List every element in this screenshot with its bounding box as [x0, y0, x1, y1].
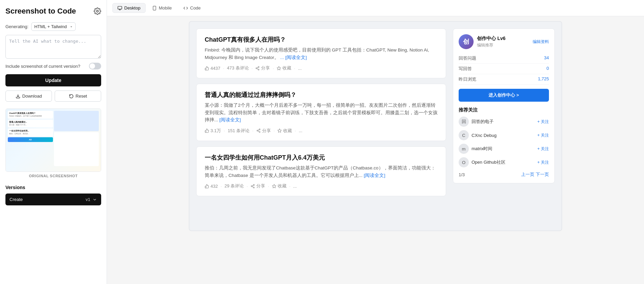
share-icon-1: [256, 128, 261, 133]
stat-row-2: 昨日浏览 1,725: [459, 74, 549, 85]
edit-profile-link[interactable]: 编辑资料: [533, 39, 549, 45]
code-tab-label: Code: [190, 5, 201, 11]
profile-header: 创 创作中心 Lv6 编辑推荐 编辑资料: [459, 34, 549, 49]
svg-point-21: [253, 187, 254, 188]
svg-marker-12: [277, 66, 281, 70]
rec-name-0: 回答的电子: [472, 119, 494, 125]
download-button[interactable]: Download: [5, 90, 52, 102]
share-icon-2: [251, 184, 255, 188]
post-card-0: ChatGPT真有很多人在用吗？ Finbird: 今晚国内，说下我个人的使用感…: [196, 28, 446, 78]
recommend-item-2: m matrix时间 + 关注: [459, 144, 549, 154]
post-content-1: 某小源：我做了2个月，大概一个月后差不多一万吨，每一招，很简单的一招。友友图片二…: [205, 102, 438, 124]
rec-avatar-2: m: [459, 144, 469, 154]
tab-code[interactable]: Code: [178, 3, 206, 13]
thumb-sidebar-2: [54, 132, 99, 166]
ai-prompt-input[interactable]: [5, 35, 101, 59]
read-more-1[interactable]: [阅读全文]: [219, 117, 241, 122]
preview-area: ChatGPT真有很多人在用吗？ Finbird: 今晚国内，说下我个人的使用感…: [107, 0, 644, 284]
post-meta-0: 4437 · 473 条评论 · 分享 · 收藏: [205, 65, 438, 71]
svg-point-0: [96, 10, 98, 12]
tab-desktop[interactable]: Desktop: [112, 3, 146, 13]
version-v-label: v1: [86, 197, 90, 202]
comments-1: 151 条评论: [228, 128, 250, 134]
read-more-2[interactable]: [阅读全文]: [364, 173, 386, 178]
chevron-icon: [92, 197, 97, 202]
likes-1: 3.1万: [205, 128, 221, 134]
action-row: Download Reset: [5, 90, 101, 102]
reset-icon: [69, 94, 74, 99]
extra-1: ...: [299, 128, 302, 133]
reset-label: Reset: [76, 94, 87, 99]
share-2[interactable]: 分享: [251, 183, 265, 189]
app-title: Screenshot to Code: [5, 7, 76, 16]
svg-marker-24: [272, 184, 276, 188]
profile-info: 创作中心 Lv6 编辑推荐: [477, 36, 529, 48]
extra-0: ...: [298, 66, 302, 71]
version-create-label: Create: [10, 197, 23, 202]
next-page-link[interactable]: 下一页: [536, 172, 549, 177]
svg-point-15: [259, 131, 260, 133]
generating-select[interactable]: HTML + Tailwind: [31, 22, 76, 31]
recommend-title: 推荐关注: [459, 107, 549, 113]
thumb-card-3: 一名女四学生如何用... 推伯：几周之前，我无意...: [8, 128, 53, 136]
follow-btn-3[interactable]: + 关注: [537, 160, 549, 165]
share-0[interactable]: 分享: [255, 65, 270, 71]
follow-btn-0[interactable]: + 关注: [537, 119, 549, 125]
stat-row-1: 写回答 0: [459, 64, 549, 74]
code-icon: [183, 6, 188, 11]
recommend-item-1: C CXnc Debug + 关注: [459, 130, 549, 140]
desktop-tab-label: Desktop: [124, 5, 141, 11]
pagination-info: 1/3: [459, 172, 465, 177]
include-screenshot-toggle[interactable]: [89, 63, 101, 69]
thumbsup-icon-2: [205, 184, 209, 188]
download-label: Download: [22, 94, 42, 99]
prev-page-link[interactable]: 上一页: [521, 172, 534, 177]
svg-point-13: [259, 129, 260, 130]
rec-name-1: CXnc Debug: [472, 133, 497, 138]
svg-line-11: [257, 67, 258, 68]
enter-creator-center-btn[interactable]: 进入创作中心 >: [459, 89, 549, 102]
post-card-1: 普通人真的能通过过肩摔摔倒吗？ 某小源：我做了2个月，大概一个月后差不多一万吨，…: [196, 84, 446, 141]
main-area: Desktop Mobile Code ChatGPT真有很多人在用吗？ Fin…: [107, 0, 644, 284]
read-more-0[interactable]: ... [阅读全文]: [280, 55, 307, 60]
share-icon-0: [255, 66, 260, 70]
follow-btn-2[interactable]: + 关注: [537, 146, 549, 152]
star-icon-1: [277, 128, 282, 133]
profile-sub: 编辑推荐: [477, 42, 529, 48]
collect-1[interactable]: 收藏: [277, 128, 292, 134]
versions-title: Versions: [5, 185, 101, 190]
left-sidebar: Screenshot to Code Generating: HTML + Ta…: [0, 0, 107, 284]
stat-label-0: 回答问题: [459, 55, 476, 61]
share-1[interactable]: 分享: [256, 128, 271, 134]
recommend-item-3: O Open Github社区 + 关注: [459, 157, 549, 167]
likes-2: 432: [205, 184, 218, 189]
post-card-2: 一名女四学生如何用ChatGPT月入6.4万美元 推伯：几周之前，我无意间发现了…: [196, 146, 446, 196]
likes-0: 4437: [205, 66, 220, 71]
version-item[interactable]: Create v1: [5, 194, 101, 205]
follow-btn-1[interactable]: + 关注: [537, 133, 549, 138]
svg-marker-18: [278, 129, 281, 133]
reset-button[interactable]: Reset: [55, 90, 101, 102]
posts-column: ChatGPT真有很多人在用吗？ Finbird: 今晚国内，说下我个人的使用感…: [196, 28, 446, 224]
stat-row-0: 回答问题 34: [459, 53, 549, 64]
rec-avatar-0: 回: [459, 117, 469, 127]
include-screenshot-label: Include screenshot of current version?: [5, 64, 80, 69]
download-icon: [16, 94, 20, 99]
svg-line-22: [252, 186, 254, 187]
post-content-0: Finbird: 今晚国内，说下我个人的使用感受吧，目前使用到的 GPT 工具包…: [205, 46, 438, 61]
mobile-tab-label: Mobile: [159, 5, 172, 11]
stat-label-2: 昨日浏览: [459, 76, 476, 82]
post-title-2: 一名女四学生如何用ChatGPT月入6.4万美元: [205, 154, 438, 162]
top-nav: Desktop Mobile Code: [107, 0, 644, 16]
profile-name: 创作中心 Lv6: [477, 36, 529, 42]
collect-2[interactable]: 收藏: [272, 183, 287, 189]
post-meta-1: 3.1万 · 151 条评论 · 分享 · 收藏: [205, 128, 438, 134]
tab-mobile[interactable]: Mobile: [147, 3, 177, 13]
settings-icon[interactable]: [94, 7, 101, 15]
collect-0[interactable]: 收藏: [277, 65, 291, 71]
svg-line-17: [258, 130, 259, 130]
recommend-item-0: 回 回答的电子 + 关注: [459, 117, 549, 127]
update-button[interactable]: Update: [5, 74, 101, 86]
rec-avatar-3: O: [459, 157, 469, 167]
profile-card: 创 创作中心 Lv6 编辑推荐 编辑资料 回答问题 34 写回答: [453, 28, 555, 183]
